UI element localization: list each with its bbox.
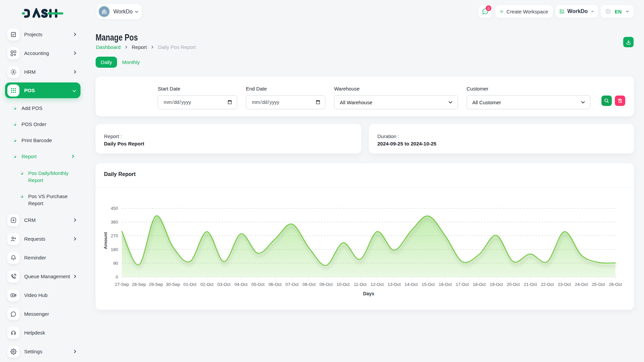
svg-text:05-Oct: 05-Oct: [252, 282, 265, 287]
svg-text:02-Oct: 02-Oct: [200, 282, 213, 287]
svg-text:0: 0: [116, 275, 118, 280]
svg-text:25-Oct: 25-Oct: [592, 282, 605, 287]
svg-text:270: 270: [111, 233, 118, 238]
svg-text:01-Oct: 01-Oct: [183, 282, 197, 287]
svg-text:23-Oct: 23-Oct: [558, 282, 571, 287]
svg-text:12-Oct: 12-Oct: [371, 282, 384, 287]
svg-text:21-Oct: 21-Oct: [524, 282, 537, 287]
svg-text:04-Oct: 04-Oct: [234, 282, 248, 287]
svg-text:90: 90: [113, 261, 118, 266]
svg-text:07-Oct: 07-Oct: [285, 282, 299, 287]
svg-text:14-Oct: 14-Oct: [405, 282, 418, 287]
svg-text:20-Oct: 20-Oct: [507, 282, 520, 287]
svg-text:09-Oct: 09-Oct: [320, 282, 333, 287]
svg-text:16-Oct: 16-Oct: [439, 282, 452, 287]
svg-text:26-Oct: 26-Oct: [609, 282, 622, 287]
svg-text:24-Oct: 24-Oct: [575, 282, 588, 287]
svg-text:11-Oct: 11-Oct: [354, 282, 367, 287]
svg-text:13-Oct: 13-Oct: [387, 282, 400, 287]
svg-text:08-Oct: 08-Oct: [303, 282, 316, 287]
svg-text:06-Oct: 06-Oct: [268, 282, 281, 287]
svg-text:450: 450: [111, 206, 118, 211]
svg-text:29-Sep: 29-Sep: [149, 282, 163, 287]
svg-text:180: 180: [111, 247, 118, 252]
svg-text:30-Sep: 30-Sep: [166, 282, 180, 287]
svg-text:360: 360: [111, 220, 118, 225]
svg-text:10-Oct: 10-Oct: [336, 282, 350, 287]
svg-text:27-Sep: 27-Sep: [115, 282, 129, 287]
svg-text:03-Oct: 03-Oct: [217, 282, 230, 287]
svg-text:17-Oct: 17-Oct: [455, 282, 469, 287]
svg-text:Days: Days: [363, 291, 374, 296]
svg-text:22-Oct: 22-Oct: [541, 282, 554, 287]
svg-text:19-Oct: 19-Oct: [490, 282, 503, 287]
svg-text:15-Oct: 15-Oct: [422, 282, 435, 287]
svg-text:28-Sep: 28-Sep: [132, 282, 146, 287]
svg-text:Amount: Amount: [103, 232, 108, 249]
svg-text:18-Oct: 18-Oct: [473, 282, 486, 287]
